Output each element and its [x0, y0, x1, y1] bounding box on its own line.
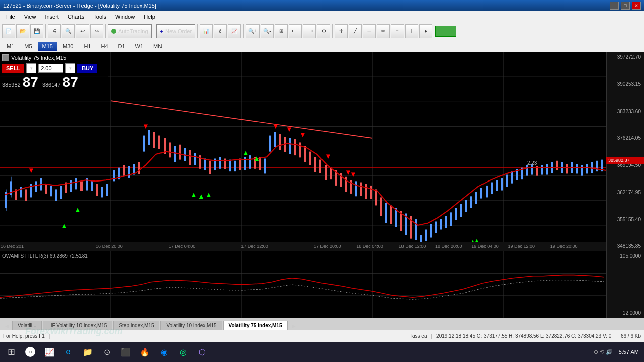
svg-rect-27: [60, 186, 62, 199]
autotrading-btn[interactable]: AutoTrading: [108, 24, 152, 38]
timeframe-bar: M1 M5 M15 M30 H1 H4 D1 W1 MN: [0, 40, 644, 52]
buy-button[interactable]: BUY: [77, 64, 97, 73]
svg-rect-110: [480, 188, 482, 198]
toolbar-chart-candle[interactable]: 🕯: [214, 24, 227, 38]
toolbar-hline[interactable]: ─: [363, 24, 376, 38]
toolbar-text[interactable]: T: [405, 24, 418, 38]
tf-m15[interactable]: M15: [38, 42, 57, 51]
taskbar-start[interactable]: ⊞: [2, 343, 20, 360]
toolbar-auto-scroll[interactable]: ⊞: [275, 24, 288, 38]
toolbar-open[interactable]: 📂: [16, 24, 29, 38]
toolbar-zoom-in[interactable]: 🔍+: [246, 24, 260, 38]
toolbar-fib[interactable]: ≡: [391, 24, 404, 38]
watermark-text: ForexWikiTrading.com: [25, 326, 123, 337]
main-chart[interactable]: Volatility 75 Index,M15 SELL ▾ ▾ BUY 385…: [0, 52, 644, 251]
toolbar-redo[interactable]: ↪: [90, 24, 103, 38]
taskbar-chrome[interactable]: ⊙: [98, 343, 116, 360]
svg-rect-92: [390, 205, 392, 224]
tf-mn[interactable]: MN: [149, 42, 167, 51]
tf-h4[interactable]: H4: [96, 42, 112, 51]
time-11: 19 Dec 20:00: [550, 244, 578, 249]
app4-icon: ⬡: [199, 347, 206, 357]
svg-text:▼: ▼: [272, 122, 279, 130]
toolbar-print[interactable]: 🖨: [48, 24, 61, 38]
menu-tools[interactable]: Tools: [89, 13, 110, 21]
svg-rect-93: [395, 208, 397, 227]
edge-icon: e: [66, 347, 71, 356]
toolbar-save[interactable]: 💾: [30, 24, 43, 38]
tab-scroll-right[interactable]: ▶: [289, 322, 299, 330]
taskbar-cortana[interactable]: ○: [21, 343, 39, 360]
svg-text:▲: ▲: [198, 192, 205, 200]
new-order-btn[interactable]: + New Order: [156, 24, 196, 38]
menu-file[interactable]: File: [2, 13, 19, 21]
toolbar-indicator[interactable]: ♦: [419, 24, 432, 38]
svg-rect-88: [370, 186, 372, 199]
tab-vol75[interactable]: Volatility 75 Index,M15: [223, 321, 288, 330]
sell-button[interactable]: SELL: [2, 64, 24, 73]
svg-rect-131: [586, 164, 588, 173]
svg-rect-103: [445, 216, 447, 228]
quantity-input[interactable]: [38, 64, 63, 73]
symbol-title: Volatility 75 Index,M15: [2, 54, 106, 61]
toolbar-printpreview[interactable]: 🔍: [62, 24, 75, 38]
maximize-btn[interactable]: □: [621, 2, 630, 10]
bid-price: 87: [23, 75, 38, 89]
minimize-btn[interactable]: ─: [610, 2, 619, 10]
menu-insert[interactable]: Insert: [41, 13, 63, 21]
tf-m1[interactable]: M1: [2, 42, 19, 51]
toolbar-undo[interactable]: ↩: [76, 24, 89, 38]
taskbar-app3[interactable]: ◎: [174, 343, 192, 360]
qty-dropdown2[interactable]: ▾: [65, 63, 75, 73]
svg-rect-70: [279, 134, 281, 150]
bid-ask-row: 385982 87 386147 87: [2, 75, 106, 89]
toolbar-chart-line[interactable]: 📈: [228, 24, 241, 38]
svg-text:▼: ▼: [142, 122, 149, 130]
svg-text:▼: ▼: [286, 125, 293, 134]
toolbar-scroll-left[interactable]: ⟵: [289, 24, 302, 38]
sub-chart[interactable]: OWAMI'S FILTER(3) 69.2869 72.5181 105.00…: [0, 251, 644, 318]
tf-h1[interactable]: H1: [79, 42, 95, 51]
svg-rect-33: [91, 180, 93, 191]
toolbar-scroll-right[interactable]: ⟶: [303, 24, 316, 38]
tf-d1[interactable]: D1: [114, 42, 130, 51]
svg-rect-89: [375, 189, 377, 205]
taskbar-tradingapp[interactable]: 📈: [40, 343, 58, 360]
taskbar-explorer[interactable]: 📁: [78, 343, 97, 360]
taskbar-app4[interactable]: ⬡: [193, 343, 211, 360]
tf-w1[interactable]: W1: [131, 42, 148, 51]
menu-help[interactable]: Help: [140, 13, 159, 21]
toolbar-line[interactable]: ╱: [349, 24, 362, 38]
svg-rect-90: [380, 197, 382, 216]
taskbar-edge[interactable]: e: [59, 343, 77, 360]
menu-view[interactable]: View: [20, 13, 40, 21]
mt4-icon: ⬛: [121, 347, 131, 357]
bid-block: 385982 87: [2, 75, 38, 89]
autotrading-label: AutoTrading: [118, 28, 148, 34]
svg-rect-119: [526, 165, 528, 175]
qty-dropdown[interactable]: ▾: [26, 63, 36, 73]
toolbar-chart-prop[interactable]: ⚙: [317, 24, 330, 38]
taskbar-mt4[interactable]: ⬛: [117, 343, 135, 360]
toolbar-crosshair[interactable]: ✛: [335, 24, 348, 38]
menu-charts[interactable]: Charts: [64, 13, 88, 21]
close-btn[interactable]: ✕: [632, 2, 641, 10]
svg-rect-43: [143, 136, 145, 152]
tab-vol10[interactable]: Volatility 10 Index,M15: [160, 321, 222, 330]
time-4: 17 Dec 12:00: [241, 244, 268, 249]
toolbar-chart-bar[interactable]: 📊: [200, 24, 213, 38]
toolbar-new[interactable]: 📄: [2, 24, 15, 38]
tab-scroll-left[interactable]: ◀: [2, 322, 12, 330]
menu-window[interactable]: Window: [111, 13, 139, 21]
svg-rect-108: [470, 196, 472, 208]
toolbar-pen[interactable]: ✏: [377, 24, 390, 38]
svg-rect-102: [440, 219, 442, 229]
time-5: 17 Dec 20:00: [314, 244, 341, 249]
taskbar-app2[interactable]: ◉: [155, 343, 173, 360]
tf-m5[interactable]: M5: [20, 42, 36, 51]
price-label-6: 362174.95: [608, 190, 643, 195]
taskbar-firefox[interactable]: 🔥: [136, 343, 154, 360]
svg-rect-80: [330, 168, 332, 180]
tf-m30[interactable]: M30: [58, 42, 78, 51]
toolbar-zoom-out[interactable]: 🔍-: [261, 24, 274, 38]
